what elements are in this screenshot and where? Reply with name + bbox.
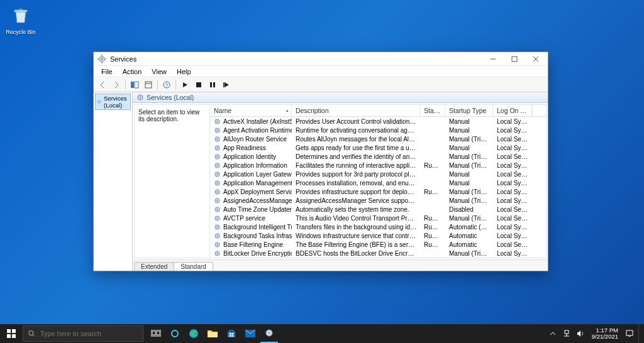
show-hide-tree-button[interactable] bbox=[128, 79, 141, 91]
back-button[interactable] bbox=[96, 79, 109, 91]
minimize-button[interactable] bbox=[482, 52, 504, 66]
cell-startup: Manual bbox=[445, 118, 493, 125]
gear-icon bbox=[265, 329, 274, 337]
cell-description: Gets apps ready for use the first time a… bbox=[292, 144, 420, 151]
svg-point-43 bbox=[217, 200, 218, 201]
svg-rect-11 bbox=[135, 82, 138, 88]
play-button[interactable] bbox=[179, 79, 191, 91]
export-list-button[interactable] bbox=[142, 79, 155, 91]
gear-icon bbox=[214, 250, 221, 257]
cell-startup: Disabled bbox=[445, 206, 493, 213]
search-input[interactable] bbox=[40, 330, 138, 337]
mail-button[interactable] bbox=[242, 324, 259, 343]
edge-button[interactable] bbox=[185, 324, 203, 343]
services-list[interactable]: ActiveX Installer (AxInstSV)Provides Use… bbox=[210, 117, 546, 258]
header-logon[interactable]: Log On As bbox=[493, 105, 532, 116]
close-button[interactable] bbox=[525, 52, 547, 66]
svg-point-29 bbox=[217, 138, 218, 139]
start-button[interactable] bbox=[0, 324, 23, 343]
store-icon bbox=[227, 329, 236, 338]
cell-logon: Local System bbox=[493, 144, 532, 151]
service-row[interactable]: App ReadinessGets apps ready for use the… bbox=[210, 143, 546, 152]
cortana-button[interactable] bbox=[166, 324, 184, 343]
service-row[interactable]: Base Filtering EngineThe Base Filtering … bbox=[210, 240, 546, 249]
service-row[interactable]: AppX Deployment Service (AppXSVC)Provide… bbox=[210, 187, 546, 196]
cell-description: Facilitates the running of interactive a… bbox=[292, 162, 420, 169]
cell-name: ActiveX Installer (AxInstSV) bbox=[210, 118, 292, 125]
services-taskbar-button[interactable] bbox=[260, 324, 278, 343]
clock-date: 9/21/2021 bbox=[592, 334, 618, 340]
clock[interactable]: 1:17 PM 9/21/2021 bbox=[589, 327, 621, 340]
menu-file[interactable]: File bbox=[96, 67, 118, 76]
forward-button[interactable] bbox=[110, 79, 123, 91]
service-row[interactable]: ActiveX Installer (AxInstSV)Provides Use… bbox=[210, 117, 546, 126]
action-center[interactable] bbox=[625, 324, 635, 343]
recycle-bin[interactable]: Recycle Bin bbox=[5, 5, 36, 35]
pause-button[interactable] bbox=[206, 79, 219, 91]
tray-chevron[interactable] bbox=[548, 324, 558, 343]
svg-rect-92 bbox=[228, 332, 235, 337]
service-row[interactable]: AllJoyn Router ServiceRoutes AllJoyn mes… bbox=[210, 134, 546, 143]
svg-rect-10 bbox=[131, 82, 134, 88]
header-startup[interactable]: Startup Type bbox=[445, 105, 493, 116]
gear-icon bbox=[214, 136, 221, 143]
cell-logon: Local System bbox=[493, 118, 532, 125]
service-row[interactable]: Application Layer Gateway ServiceProvide… bbox=[210, 170, 546, 178]
tray-volume[interactable] bbox=[575, 324, 586, 343]
tray-network[interactable] bbox=[562, 324, 572, 343]
svg-rect-94 bbox=[232, 333, 234, 335]
help-button[interactable]: ? bbox=[160, 79, 173, 91]
svg-point-49 bbox=[217, 226, 218, 227]
task-view-button[interactable] bbox=[147, 324, 165, 343]
cell-status: Running bbox=[420, 232, 445, 239]
svg-point-51 bbox=[217, 235, 218, 236]
cell-name: Application Information bbox=[210, 162, 292, 169]
tab-extended[interactable]: Extended bbox=[134, 262, 174, 271]
service-row[interactable]: Auto Time Zone UpdaterAutomatically sets… bbox=[210, 205, 546, 214]
file-explorer-button[interactable] bbox=[204, 324, 221, 343]
header-status[interactable]: Status bbox=[420, 105, 445, 116]
service-row[interactable]: Background Intelligent Transfer ServiceT… bbox=[210, 222, 546, 231]
tree-node-services-local[interactable]: Services (Local) bbox=[95, 94, 131, 110]
volume-icon bbox=[577, 330, 584, 337]
titlebar[interactable]: Services bbox=[94, 52, 548, 66]
gear-icon bbox=[214, 206, 221, 213]
tab-standard[interactable]: Standard bbox=[174, 262, 213, 271]
service-row[interactable]: Application IdentityDetermines and verif… bbox=[210, 152, 546, 161]
menu-view[interactable]: View bbox=[147, 67, 172, 76]
service-row[interactable]: BitLocker Drive Encryption ServiceBDESVC… bbox=[210, 249, 546, 258]
cell-startup: Manual bbox=[445, 180, 493, 187]
service-row[interactable]: Application InformationFacilitates the r… bbox=[210, 161, 546, 170]
header-description[interactable]: Description bbox=[292, 105, 420, 116]
folder-icon bbox=[208, 329, 218, 338]
cell-logon: Local System bbox=[493, 162, 532, 169]
hint-text: Select an item to view its description. bbox=[138, 109, 199, 122]
maximize-button[interactable] bbox=[504, 52, 525, 66]
cell-logon: Local Service bbox=[493, 206, 532, 213]
search-box[interactable] bbox=[23, 325, 143, 342]
tree-pane[interactable]: Services (Local) bbox=[94, 92, 133, 271]
svg-rect-80 bbox=[7, 329, 11, 333]
store-button[interactable] bbox=[223, 324, 240, 343]
header-name[interactable]: Name bbox=[210, 105, 292, 116]
menu-action[interactable]: Action bbox=[118, 67, 147, 76]
service-row[interactable]: Background Tasks Infrastructure ServiceW… bbox=[210, 231, 546, 240]
cell-status: Running bbox=[420, 162, 445, 169]
cell-logon: Local Service bbox=[493, 241, 532, 248]
service-row[interactable]: AssignedAccessManager ServiceAssignedAcc… bbox=[210, 196, 546, 205]
stop-button[interactable] bbox=[192, 79, 205, 91]
service-row[interactable]: Agent Activation Runtime_276ddRuntime fo… bbox=[210, 126, 546, 134]
svg-point-23 bbox=[140, 97, 141, 98]
cell-startup: Automatic bbox=[445, 232, 493, 239]
menu-help[interactable]: Help bbox=[172, 67, 196, 76]
restart-button[interactable] bbox=[220, 79, 233, 91]
gear-icon bbox=[214, 232, 221, 239]
cell-description: AssignedAccessManager Service supports k… bbox=[292, 197, 420, 204]
svg-point-41 bbox=[217, 191, 218, 192]
service-row[interactable]: Application ManagementProcesses installa… bbox=[210, 178, 546, 187]
cell-startup: Manual (Trigger Start) bbox=[445, 153, 493, 160]
svg-point-35 bbox=[217, 165, 218, 166]
cell-status: Running bbox=[420, 241, 445, 248]
show-desktop-button[interactable] bbox=[638, 324, 641, 343]
service-row[interactable]: AVCTP serviceThis is Audio Video Control… bbox=[210, 214, 546, 222]
